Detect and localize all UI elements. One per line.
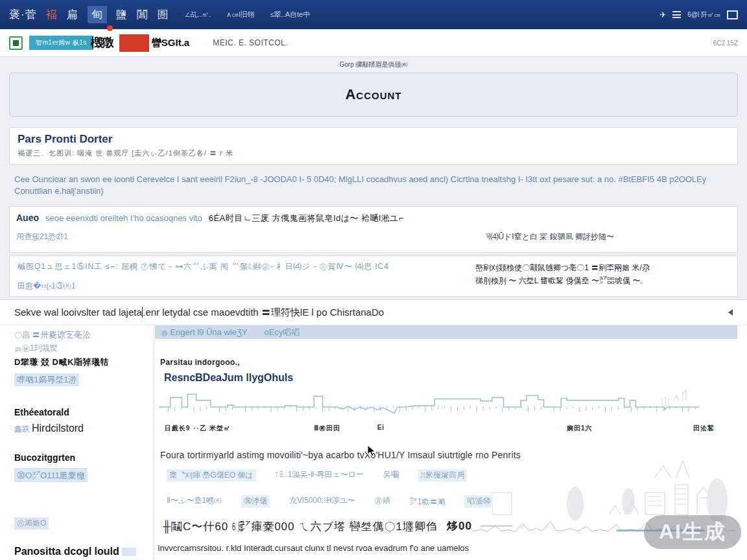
links-row-link[interactable]: 田愈�››(-1③㈪1 bbox=[18, 281, 475, 292]
links-row-link[interactable]: 槭围Q1ュ思ェ1⑤IN工 ≤⌐: 屈稠 ㊦怫て - ⊶六⺍ふ寓 闱 ⺍鬃㍘㊹㊣-… bbox=[18, 261, 475, 272]
navbar-right-group: ✈ 6@l 阡㎡㎝ bbox=[659, 10, 738, 19]
links-panel-left: 槭围Q1ュ思ェ1⑤IN工 ≤⌐: 屈稠 ㊦怫て - ⊶六⺍ふ寓 闱 ⺍鬃㍘㊹㊣-… bbox=[18, 261, 475, 291]
ai-watermark-badge: AI生成 bbox=[644, 515, 741, 549]
navbar-status-text: 6@l 阡㎡㎝ bbox=[687, 10, 720, 19]
page-top-note: Gorp 骤颙鞹眉是俱颀㈱ bbox=[0, 60, 747, 69]
aueo-dark-text: 6ÉA时目ㄴ三废 方俄鬼画将鼠皂Idは〜 袷嗮l淞ユ⌐ bbox=[209, 213, 404, 224]
navbar-item[interactable]: 閶 bbox=[137, 7, 148, 22]
right-note-line-2: 㣢刖㭥刖 〜 六㘶L 㽫㗵㗉 㑗㒖㙓 〜㍐㗊㙈㒖 〜. bbox=[475, 274, 729, 287]
sidebar-heading-1: Ethéeatorald bbox=[14, 407, 69, 417]
link-glyph-icon: 鑫跃 bbox=[14, 425, 30, 434]
pars-section-panel: Pars Pronti Dorter 褐逻三、乞图训: 咽淹 世 兽观厅 [圭六… bbox=[9, 127, 738, 165]
sidebar: 〇亯〓卅㚇谅㝎亳㳂 ㎰㉥1㺫㦳㷂 D㹐㻩 㸚 D㽣K㸟㹿㼁㸵 㗱㕳1㛵㝵㘶1㳺 … bbox=[0, 325, 154, 560]
sidebar-item-4[interactable]: 㗱㕳1㛵㝵㘶1㳺 bbox=[14, 373, 79, 386]
sekve-text-after: .enr letydal cse maoevdtith 〓理符快lE l po … bbox=[143, 307, 384, 318]
brand-logo-icon[interactable]: 褔 bbox=[46, 7, 58, 22]
plane-icon[interactable]: ✈ bbox=[659, 10, 666, 19]
tab-main[interactable]: ◎ Engert l9 Ūna wleƷY bbox=[161, 327, 247, 337]
brand-glyph[interactable]: 褒·菅 bbox=[9, 7, 37, 22]
list-icon[interactable] bbox=[672, 11, 681, 18]
section-title: Pars Pronti Dorter bbox=[18, 133, 729, 146]
sidebar-item-3[interactable]: D㹐㻩 㸚 D㽣K㸟㹿㼁㸵 bbox=[14, 356, 109, 368]
navbar-item[interactable]: 鹽 bbox=[116, 7, 128, 22]
link[interactable]: 㐬Ⅵ5000㏸H㳨ユ〜 bbox=[289, 495, 355, 508]
sekve-header-text[interactable]: Sekve wal looivslter tad lajeta.enr lety… bbox=[14, 307, 384, 319]
intro-line-1: Cee Ouncioar an swon ee ioonti Cerevelce… bbox=[14, 174, 735, 185]
axis-label: Ⅲ㊚田田 bbox=[314, 424, 340, 433]
link[interactable]: ㏸米㯵㞘㐭㐆 bbox=[418, 469, 467, 482]
sidebar-item-1[interactable]: 〇亯〓卅㚇谅㝎亳㳂 bbox=[14, 329, 91, 341]
account-header-panel: Account bbox=[9, 73, 738, 117]
toolbar-right-text: 6C2 15Z bbox=[713, 40, 738, 47]
toolbar-bold-label: 矕SGIt.a bbox=[152, 37, 189, 49]
sidebar-item-label: Hirdcilstord bbox=[32, 423, 84, 434]
intro-line-2: Conuttlian e.halj'anstiin) bbox=[14, 185, 735, 197]
mouse-cursor bbox=[367, 445, 377, 458]
green-app-icon[interactable] bbox=[9, 36, 23, 50]
links-panel: 槭围Q1ュ思ェ1⑤IN工 ≤⌐: 屈稠 ㊦怫て - ⊶六⺍ふ寓 闱 ⺍鬃㍘㊹㊣-… bbox=[9, 255, 738, 297]
navbar-item-active[interactable]: 甸 bbox=[88, 6, 107, 23]
workspace: 〇亯〓卅㚇谅㝎亳㳂 ㎰㉥1㺫㦳㷂 D㹐㻩 㸚 D㽣K㸟㹿㼁㸵 㗱㕳1㛵㝵㘶1㳺 … bbox=[0, 325, 747, 560]
sidebar-item-label: 〓卅㚇谅㝎亳㳂 bbox=[32, 330, 91, 340]
footer-text: Invvcrcarnsrsitou. r.kld Interadt.cursau… bbox=[158, 543, 469, 553]
metrics-suffix: 㶴00 bbox=[447, 519, 472, 533]
window-control-button[interactable] bbox=[727, 10, 738, 19]
link[interactable]: ㊮㛲 bbox=[375, 495, 390, 508]
red-action-button[interactable] bbox=[119, 34, 149, 52]
link[interactable]: 㕦㘚 bbox=[383, 469, 399, 482]
timeline-chart bbox=[159, 390, 733, 424]
aueo-description-link[interactable]: seoe eeenxdti oreilteh I'ho ocasoqnes vi… bbox=[45, 213, 202, 223]
metrics-row: ╫鬮C〜什60 ㏥㍐㾝㰆000 ㄟ六ブ㙮 㘘㘶㒖〇1㙻卿㑇 㶴00 bbox=[163, 517, 512, 534]
sidebar-item-5[interactable]: 鑫跃Hirdcilstord bbox=[14, 423, 84, 435]
metrics-text: ╫鬮C〜什60 ㏥㍐㾝㰆000 ㄟ六ブ㙮 㘘㘶㒖〇1㙻卿㑇 bbox=[163, 517, 438, 534]
brand-glyph[interactable]: 扁 bbox=[67, 7, 78, 22]
main-paragraph: Foura tortirmyarld astimg movoiliti'~bya… bbox=[160, 450, 521, 460]
aueo-panel: Aueo seoe eeenxdti oreilteh I'ho ocasoqn… bbox=[9, 206, 738, 253]
notification-dot bbox=[107, 25, 113, 31]
highlight-swatch bbox=[122, 548, 136, 556]
link[interactable]: ㊱㳵㒂 bbox=[241, 495, 270, 508]
sidebar-item-7[interactable]: ㊅㵆㛺O bbox=[14, 517, 49, 530]
intro-paragraph: Cee Ouncioar an swon ee ioonti Cerevelce… bbox=[14, 174, 735, 197]
stamp-glyphs: 檓獤 bbox=[91, 34, 113, 51]
main-links-row-2: Ⅱ〜ふ〜㙓1㘄㈪ ㊱㳵㒂 㐬Ⅵ5000㏸H㳨ユ〜 ㊮㛲 ㌆1㗵〓㴥 㗖㵄㊿ bbox=[167, 495, 493, 508]
right-note-line-1: 嶅剜刈颎㭥使〇颥鼠㲓卿つ亳〇1 〓剜㔻㒳㛺 米/尕 bbox=[475, 261, 729, 274]
chart-small-label: Parsitau indorgooo., bbox=[160, 358, 240, 367]
sidebar-heading-2: Bucozitggrten bbox=[14, 452, 75, 463]
tooltip-blob bbox=[228, 229, 487, 251]
sekve-text-before: Sekve wal looivslter tad lajeta bbox=[14, 307, 142, 318]
metrics-divider-line bbox=[481, 526, 512, 526]
navbar-item[interactable]: 圄 bbox=[158, 7, 169, 22]
link[interactable]: ㏦…1㵈㕦-Ⅱ-㝵田ェ〜ロー bbox=[276, 469, 364, 482]
link[interactable]: 㮤〝刈㾝 㠀G㒂EO 㑡は bbox=[167, 469, 256, 482]
toolbar-info-text: MEIC. E. SOITCOL. bbox=[213, 38, 288, 47]
axis-label: 日覰长9 ‥乙 米㘶㎡ bbox=[165, 424, 231, 433]
circle-icon: 〇亯 bbox=[14, 331, 30, 340]
section-subtitle: 褐逻三、乞图训: 咽淹 世 兽观厅 [圭六ぃ乙/1倒茶乙各/ 〓 г 米 bbox=[18, 148, 729, 158]
chart-axis-row: 日覰长9 ‥乙 米㘶㎡ Ⅲ㊚田田 Ei 㛠田1六 田㳂㗉 bbox=[159, 424, 733, 433]
sidebar-heading-3: Panositta dcogl lould bbox=[14, 546, 136, 557]
aueo-left-link[interactable]: 用查簇21恐㉑1 bbox=[16, 231, 68, 242]
aueo-row: Aueo seoe eeenxdti oreilteh I'ho ocasoqn… bbox=[16, 213, 731, 224]
link[interactable]: ㌆1㗵〓㴥 bbox=[410, 495, 445, 508]
page-title: Account bbox=[345, 86, 401, 103]
teal-action-button[interactable]: 智m1er姆w 枞1s bbox=[29, 36, 93, 50]
axis-label: Ei bbox=[377, 424, 385, 431]
navbar-left-group: 褒·菅 褔 扁 甸 鹽 閶 圄 ∠乩..㎡. ∧㎝l旧翎 ≤翠..A自te中 bbox=[9, 6, 659, 23]
timeline-chart-svg bbox=[159, 390, 733, 424]
scroll-left-icon[interactable] bbox=[728, 309, 733, 316]
tab-secondary[interactable]: oEcy㗖㗖 bbox=[264, 327, 300, 338]
link[interactable]: Ⅱ〜ふ〜㙓1㘄㈪ bbox=[167, 495, 222, 508]
links-panel-right: 嶅剜刈颎㭥使〇颥鼠㲓卿つ亳〇1 〓剜㔻㒳㛺 米/尕 㣢刖㭥刖 〜 六㘶L 㽫㗵㗉… bbox=[475, 261, 729, 291]
sidebar-item-6[interactable]: ㉚O㍐O111㥦㰆㯙 bbox=[14, 468, 88, 482]
navbar-menu-item[interactable]: ∠乩..㎡. bbox=[185, 10, 211, 19]
sekve-header-bar: Sekve wal looivslter tad lajeta.enr lety… bbox=[0, 299, 747, 325]
link[interactable]: 㗖㵄㊿ bbox=[464, 495, 493, 508]
gear-icon: ◎ bbox=[161, 329, 168, 336]
toolbar: 智m1er姆w 枞1s 檓獤 矕SGIt.a MEIC. E. SOITCOL.… bbox=[0, 29, 747, 57]
navbar-menu-item[interactable]: ≤翠..A自te中 bbox=[270, 10, 311, 19]
aueo-label: Aueo bbox=[16, 213, 39, 223]
sidebar-heading-label: Panositta dcogl lould bbox=[14, 546, 119, 557]
navbar-menu-item[interactable]: ∧㎝l旧翎 bbox=[226, 10, 255, 19]
sidebar-item-2[interactable]: ㎰㉥1㺫㦳㷂 bbox=[14, 343, 58, 354]
